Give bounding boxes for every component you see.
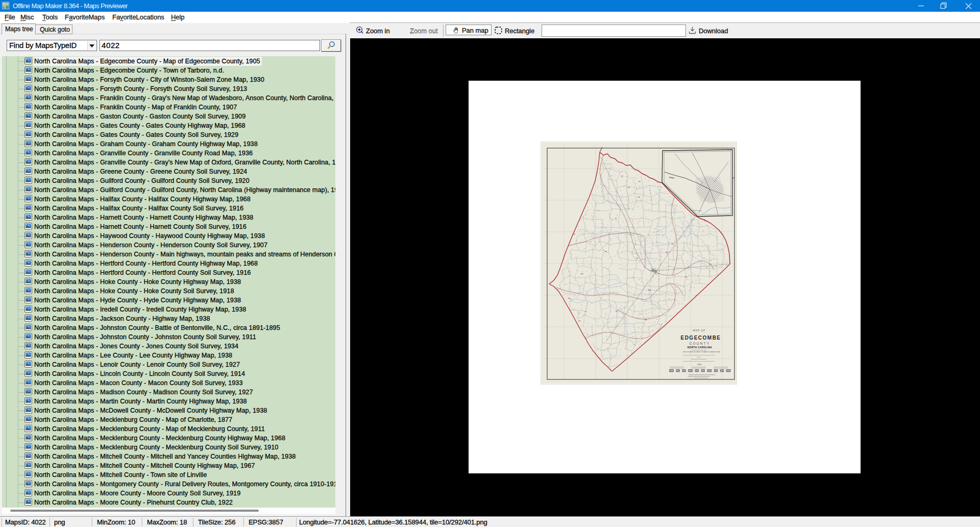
svg-text:NORTH CAROLINA: NORTH CAROLINA (688, 346, 713, 349)
svg-text:MAP OF: MAP OF (693, 329, 705, 332)
svg-text:COUNTY: COUNTY (690, 342, 710, 345)
svg-text:1905: 1905 (697, 363, 702, 366)
svg-text:EDGECOMBE: EDGECOMBE (680, 335, 721, 341)
